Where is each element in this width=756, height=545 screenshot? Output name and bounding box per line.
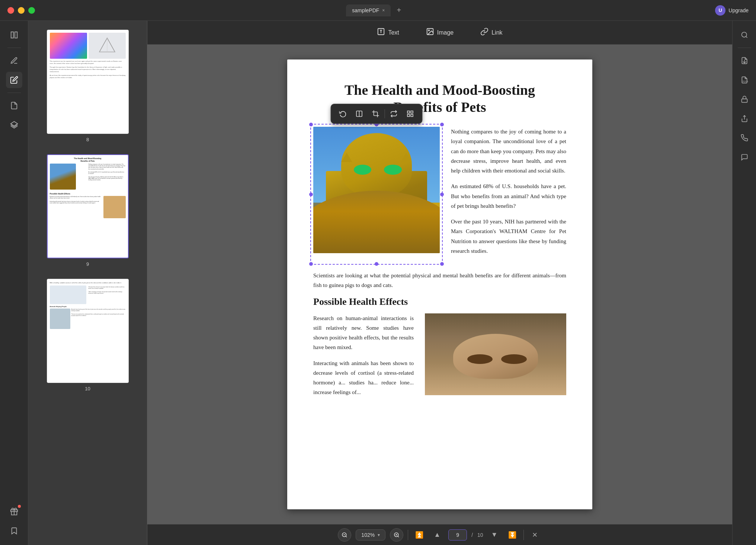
section-title: Possible Health Effects (313, 296, 566, 307)
sidebar-edit-icon[interactable] (6, 52, 22, 69)
right-pdfa-icon[interactable]: PDF/A (736, 72, 753, 88)
thumb-9-content: The Health and Mood-BoostingBenefits of … (48, 155, 128, 258)
svg-rect-28 (741, 99, 747, 102)
tab-label: samplePDF (352, 7, 379, 13)
two-col-bottom: Research on human-animal interactions is… (313, 313, 566, 403)
thumb-10-wrapper: With a healthy, suitable access to all o… (47, 279, 129, 383)
para3: Over the past 10 years, NIH has partnere… (451, 217, 566, 256)
page-input[interactable] (448, 529, 467, 541)
dog-image (425, 313, 566, 395)
thumb-8-content: This experiment can be repeated over and… (48, 30, 128, 133)
svg-rect-16 (411, 115, 413, 117)
link-icon (480, 28, 488, 38)
thumbnail-page-10[interactable]: With a healthy, suitable access to all o… (28, 276, 147, 394)
page-separator: / (471, 532, 473, 538)
zoom-level: 102% (361, 532, 375, 538)
tab-area: samplePDF × + (346, 4, 404, 16)
thumb-9-wrapper: The Health and Mood-BoostingBenefits of … (47, 154, 129, 258)
sidebar-pages-icon[interactable] (6, 97, 22, 114)
float-replace[interactable] (387, 107, 401, 120)
right-share-icon[interactable] (736, 110, 753, 127)
zoom-out-button[interactable] (338, 528, 351, 542)
svg-rect-13 (407, 111, 410, 113)
svg-text:PDF/A: PDF/A (743, 80, 748, 83)
float-rotate-left[interactable] (336, 107, 350, 120)
sidebar-gift-icon[interactable] (6, 503, 22, 520)
right-divider-1 (738, 48, 751, 48)
prev-page-button[interactable]: ▲ (430, 528, 444, 542)
thumbnail-panel: This experiment can be repeated over and… (28, 21, 147, 545)
avatar: U (715, 5, 725, 16)
total-pages: 10 (477, 532, 483, 538)
para1: Nothing compares to the joy of coming ho… (451, 127, 566, 175)
sidebar-layers-icon[interactable] (6, 117, 22, 133)
thumb-10-content: With a healthy, suitable access to all o… (48, 280, 128, 382)
upgrade-label: Upgrade (728, 7, 749, 13)
float-flip[interactable] (352, 107, 367, 120)
image-tool-label: Image (437, 29, 454, 36)
svg-rect-0 (11, 32, 13, 38)
maximize-window-button[interactable] (28, 7, 35, 14)
zoom-chevron-icon: ▾ (378, 532, 380, 538)
right-lock-icon[interactable] (736, 91, 753, 107)
sidebar-divider-2 (7, 93, 21, 93)
float-crop[interactable] (368, 107, 383, 120)
close-toolbar-button[interactable]: ✕ (528, 528, 542, 542)
link-tool-button[interactable]: Link (474, 25, 508, 41)
svg-rect-14 (411, 111, 413, 113)
thumbnail-page-8[interactable]: This experiment can be repeated over and… (28, 27, 147, 145)
sidebar-panel-icon[interactable] (6, 27, 22, 43)
right-sidebar: PDF/A (732, 21, 756, 545)
sidebar-annotate-icon[interactable] (6, 72, 22, 88)
tab-samplepdf[interactable]: samplePDF × (346, 4, 391, 16)
thumb-9-num: 9 (86, 261, 89, 267)
text-icon (377, 28, 385, 38)
bar-divider-1 (408, 530, 408, 540)
cat-image-col (313, 127, 440, 262)
add-tab-button[interactable]: + (394, 4, 404, 16)
sidebar-bookmark-icon[interactable] (6, 523, 22, 539)
right-validate-icon[interactable] (736, 130, 753, 146)
para5: Research on human-animal interactions is… (313, 313, 414, 352)
para4: Scientists are looking at what the poten… (313, 271, 566, 290)
title-line1: The Health and Mood-Boosting (345, 82, 535, 98)
upgrade-area[interactable]: U Upgrade (715, 5, 749, 16)
content-area: Text Image (147, 21, 732, 545)
floating-toolbar (331, 104, 423, 124)
text-tool-label: Text (388, 29, 399, 36)
svg-line-25 (746, 36, 747, 38)
right-comment-icon[interactable] (736, 149, 753, 165)
right-convert-icon[interactable] (736, 52, 753, 69)
close-window-button[interactable] (7, 7, 14, 14)
thumb-8-num: 8 (86, 137, 89, 142)
bottom-bar: 102% ▾ ⏫ ▲ / 10 ▼ ⏬ ✕ (147, 524, 732, 545)
svg-rect-15 (407, 115, 410, 117)
first-page-button[interactable]: ⏫ (413, 528, 426, 542)
para6: Interacting with animals has been shown … (313, 358, 414, 397)
float-arrange[interactable] (403, 107, 418, 120)
top-toolbar: Text Image (147, 21, 732, 45)
pdf-viewport[interactable]: The Health and Mood-Boosting Benefits of… (147, 45, 732, 524)
thumb-8-wrapper: This experiment can be repeated over and… (47, 30, 129, 134)
last-page-button[interactable]: ⏬ (506, 528, 519, 542)
text-tool-button[interactable]: Text (371, 25, 405, 41)
svg-point-24 (741, 32, 746, 37)
minimize-window-button[interactable] (18, 7, 25, 14)
thumbnail-page-9[interactable]: The Health and Mood-BoostingBenefits of … (28, 151, 147, 270)
next-page-button[interactable]: ▼ (488, 528, 501, 542)
right-search-icon[interactable] (736, 27, 753, 43)
zoom-display[interactable]: 102% ▾ (356, 529, 385, 541)
thumb-10-num: 10 (85, 386, 90, 391)
notification-dot (18, 505, 21, 508)
left-sidebar (0, 21, 28, 545)
main-container: This experiment can be repeated over and… (0, 21, 756, 545)
image-icon (426, 28, 434, 38)
link-tool-label: Link (491, 29, 502, 36)
svg-line-21 (398, 536, 399, 537)
close-tab-button[interactable]: × (382, 8, 385, 13)
svg-rect-1 (15, 32, 17, 38)
image-tool-button[interactable]: Image (420, 25, 459, 41)
para2: An estimated 68% of U.S. households have… (451, 181, 566, 211)
float-divider-1 (385, 109, 385, 118)
zoom-in-button[interactable] (390, 528, 403, 542)
